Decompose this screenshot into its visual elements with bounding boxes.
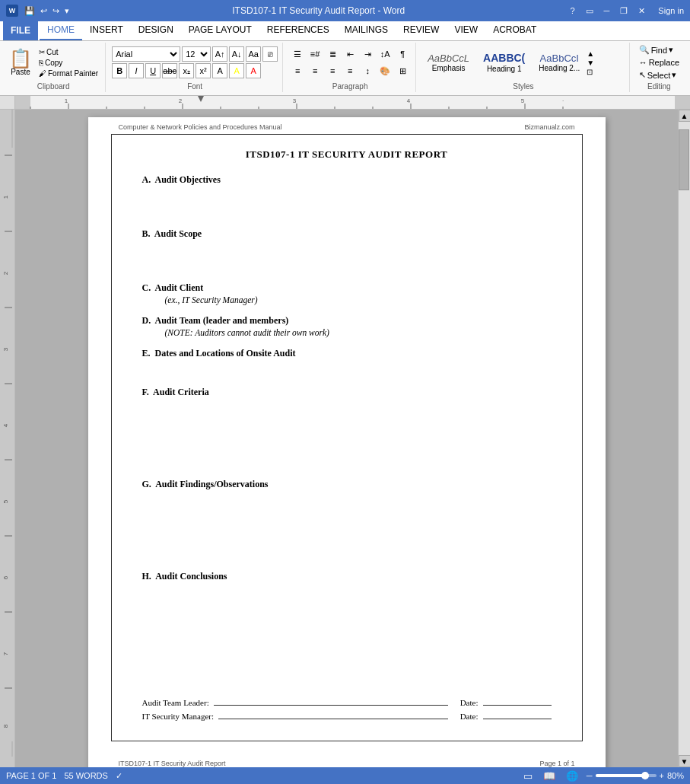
restore-button[interactable]: ❐ xyxy=(616,5,631,18)
shading-button[interactable]: 🎨 xyxy=(377,63,393,78)
tab-references[interactable]: REFERENCES xyxy=(259,21,337,40)
styles-expand-button[interactable]: ⊡ xyxy=(587,68,594,76)
increase-indent-button[interactable]: ⇥ xyxy=(359,46,376,62)
line-spacing-button[interactable]: ↕ xyxy=(359,63,376,78)
decrease-indent-button[interactable]: ⇤ xyxy=(342,46,358,62)
section-g: G. Audit Findings/Observations xyxy=(142,479,552,560)
section-d: D. Audit Team (leader and members) (NOTE… xyxy=(142,315,552,337)
tab-mailings[interactable]: MAILINGS xyxy=(337,21,396,40)
clipboard-group-label: Clipboard xyxy=(6,81,100,91)
svg-text:6: 6 xyxy=(2,575,9,579)
scroll-up-button[interactable]: ▲ xyxy=(679,110,691,122)
subscript-button[interactable]: x₂ xyxy=(179,63,194,78)
ribbon-tab-bar: FILE HOME INSERT DESIGN PAGE LAYOUT REFE… xyxy=(0,21,690,41)
sig-date-line-1 xyxy=(483,705,552,706)
tab-review[interactable]: REVIEW xyxy=(396,21,447,40)
superscript-button[interactable]: x² xyxy=(196,63,211,78)
tab-insert[interactable]: INSERT xyxy=(82,21,131,40)
header-left: Computer & Network Policies and Procedur… xyxy=(119,123,282,131)
styles-scroll-up-button[interactable]: ▲ xyxy=(587,49,594,58)
style-emphasis[interactable]: AaBbCcL Emphasis xyxy=(422,50,475,75)
cut-button[interactable]: ✂Cut xyxy=(37,47,100,57)
page-header: Computer & Network Policies and Procedur… xyxy=(88,117,606,134)
align-center-button[interactable]: ≡ xyxy=(307,63,323,78)
paragraph-group: ☰ ≡# ≣ ⇤ ⇥ ↕A ¶ ≡ ≡ ≡ ≡ ↕ 🎨 xyxy=(286,43,416,92)
scroll-track[interactable] xyxy=(679,122,690,755)
highlight-button[interactable]: A xyxy=(229,63,244,78)
justify-button[interactable]: ≡ xyxy=(342,63,358,78)
page-area[interactable]: Computer & Network Policies and Procedur… xyxy=(15,110,678,767)
word-count: 55 WORDS xyxy=(64,771,107,780)
clipboard-group: 📋 Paste ✂Cut ⎘Copy 🖌Format Painter Clipb… xyxy=(3,43,106,92)
editing-group: 🔍 Find ▾ ↔ Replace ↖ Select ▾ Editing xyxy=(633,43,687,92)
style-heading1[interactable]: AABBC( Heading 1 xyxy=(478,49,530,75)
zoom-in-button[interactable]: + xyxy=(660,771,664,780)
copy-button[interactable]: ⎘Copy xyxy=(37,58,100,68)
style-heading2[interactable]: AaBbCcI Heading 2... xyxy=(533,50,585,75)
font-name-select[interactable]: Arial xyxy=(112,46,180,62)
styles-scroll-down-button[interactable]: ▼ xyxy=(587,59,594,67)
tab-view[interactable]: VIEW xyxy=(447,21,485,40)
find-button[interactable]: 🔍 Find ▾ xyxy=(636,44,682,56)
section-d-note: (NOTE: Auditors cannot audit their own w… xyxy=(165,328,552,337)
svg-text:1: 1 xyxy=(65,97,68,104)
svg-text:2: 2 xyxy=(2,271,9,275)
bullets-button[interactable]: ☰ xyxy=(289,46,306,62)
grow-font-button[interactable]: A↑ xyxy=(212,46,227,62)
svg-text:2: 2 xyxy=(179,97,183,104)
editing-group-label: Editing xyxy=(636,81,682,91)
signin-link[interactable]: Sign in xyxy=(658,6,684,15)
tab-home[interactable]: HOME xyxy=(40,21,82,40)
paste-button[interactable]: 📋 Paste xyxy=(6,48,35,78)
proofing-icon[interactable]: ✓ xyxy=(116,771,122,781)
multilevel-list-button[interactable]: ≣ xyxy=(324,46,341,62)
save-quickaccess-button[interactable]: 💾 xyxy=(23,5,37,17)
tab-page-layout[interactable]: PAGE LAYOUT xyxy=(181,21,259,40)
read-mode-button[interactable]: 📖 xyxy=(541,770,558,782)
customize-quickaccess-button[interactable]: ▾ xyxy=(63,5,71,17)
font-color-button[interactable]: A xyxy=(246,63,261,78)
shrink-font-button[interactable]: A↓ xyxy=(229,46,244,62)
svg-text:5: 5 xyxy=(2,499,9,503)
select-button[interactable]: ↖ Select ▾ xyxy=(636,69,682,81)
svg-text:5: 5 xyxy=(521,97,525,104)
status-right: ▭ 📖 🌐 ─ + 80% xyxy=(521,770,684,782)
change-case-button[interactable]: Aa xyxy=(246,46,261,62)
align-right-button[interactable]: ≡ xyxy=(324,63,341,78)
sig-row-1: Audit Team Leader: Date: xyxy=(142,698,552,707)
tab-design[interactable]: DESIGN xyxy=(131,21,181,40)
clear-format-button[interactable]: ⎚ xyxy=(262,46,278,62)
zoom-out-button[interactable]: ─ xyxy=(587,771,593,780)
ribbon-display-button[interactable]: ▭ xyxy=(582,5,597,18)
sort-button[interactable]: ↕A xyxy=(377,46,393,62)
text-effects-button[interactable]: A xyxy=(212,63,227,78)
align-left-button[interactable]: ≡ xyxy=(289,63,306,78)
undo-button[interactable]: ↩ xyxy=(39,5,49,17)
strikethrough-button[interactable]: abc xyxy=(162,63,177,78)
section-b: B. Audit Scope xyxy=(142,228,552,272)
format-painter-button[interactable]: 🖌Format Painter xyxy=(37,69,100,78)
bold-button[interactable]: B xyxy=(112,63,127,78)
svg-text:4: 4 xyxy=(407,97,411,104)
tab-file[interactable]: FILE xyxy=(3,21,38,40)
italic-button[interactable]: I xyxy=(129,63,144,78)
zoom-slider[interactable] xyxy=(596,774,657,777)
page-content[interactable]: ITSD107-1 IT SECURITY AUDIT REPORT A. Au… xyxy=(111,134,583,741)
web-layout-button[interactable]: 🌐 xyxy=(564,770,580,782)
scroll-thumb[interactable] xyxy=(679,129,689,190)
numbering-button[interactable]: ≡# xyxy=(307,46,323,62)
print-layout-view-button[interactable]: ▭ xyxy=(521,770,535,782)
font-size-select[interactable]: 12 xyxy=(182,46,211,62)
help-button[interactable]: ? xyxy=(566,5,578,17)
show-formatting-button[interactable]: ¶ xyxy=(394,46,411,62)
scroll-down-button[interactable]: ▼ xyxy=(679,755,691,767)
underline-button[interactable]: U xyxy=(145,63,161,78)
vertical-ruler: 1 2 3 4 5 6 7 8 xyxy=(0,110,15,767)
redo-button[interactable]: ↪ xyxy=(51,5,61,17)
borders-button[interactable]: ⊞ xyxy=(394,63,411,78)
replace-button[interactable]: ↔ Replace xyxy=(636,57,682,68)
minimize-button[interactable]: ─ xyxy=(600,5,614,17)
close-button[interactable]: ✕ xyxy=(634,5,649,18)
tab-acrobat[interactable]: ACROBAT xyxy=(485,21,544,40)
window-controls: ? ▭ ─ ❐ ✕ Sign in xyxy=(566,5,684,18)
